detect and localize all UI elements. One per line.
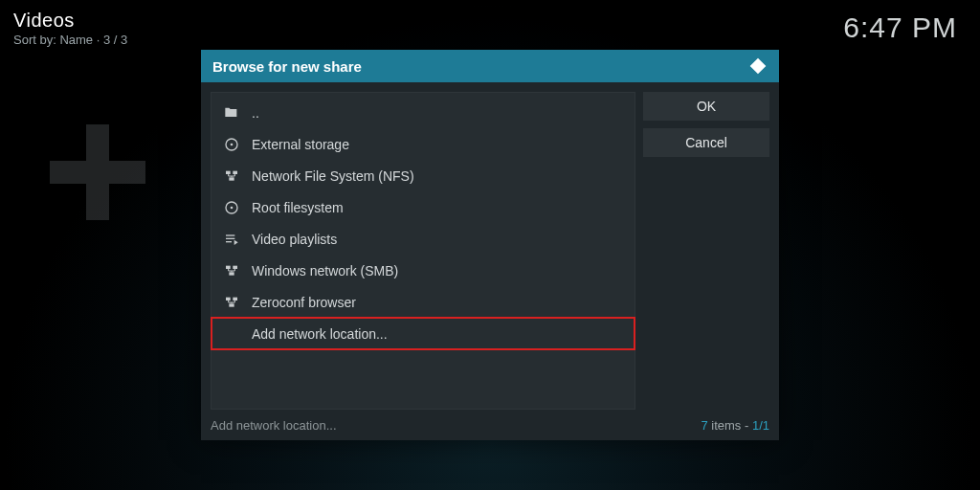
page-title: Videos	[13, 10, 127, 32]
clock: 6:47 PM	[843, 11, 957, 44]
item-count-label: items -	[708, 418, 752, 433]
source-list-item-label: Add network location...	[252, 326, 388, 342]
source-list-item-label: External storage	[252, 137, 349, 152]
source-list-item[interactable]: Zeroconf browser	[212, 286, 635, 318]
playlist-icon	[223, 231, 240, 248]
dialog-footer: Add network location... 7 items - 1/1	[211, 418, 769, 433]
dialog-title: Browse for new share	[212, 58, 362, 75]
source-list-item-label: Windows network (SMB)	[252, 263, 398, 278]
network-icon	[223, 294, 240, 311]
page-header: Videos Sort by: Name · 3 / 3	[13, 10, 127, 47]
network-icon	[223, 167, 240, 185]
source-list-item-label: ..	[252, 105, 259, 121]
source-list-item-label: Root filesystem	[252, 200, 344, 215]
dialog-body: ..External storageNetwork File System (N…	[211, 92, 769, 410]
source-list-item[interactable]: Root filesystem	[212, 191, 635, 223]
footer-count: 7 items - 1/1	[701, 418, 769, 433]
dialog-header: Browse for new share	[201, 50, 779, 82]
source-list-item[interactable]: Add network location...	[212, 318, 635, 349]
dialog-buttons: OK Cancel	[643, 92, 769, 157]
kodi-logo-icon	[748, 56, 768, 76]
source-list-item[interactable]: ..	[212, 97, 635, 128]
cancel-button[interactable]: Cancel	[643, 128, 769, 157]
source-list-item[interactable]: Windows network (SMB)	[212, 255, 635, 286]
source-list: ..External storageNetwork File System (N…	[211, 92, 635, 410]
folder-icon	[223, 104, 240, 122]
ok-button[interactable]: OK	[643, 92, 769, 121]
source-list-item-label: Zeroconf browser	[252, 295, 356, 310]
disc-icon	[223, 199, 240, 216]
browse-share-dialog: Browse for new share ..External storageN…	[201, 50, 779, 440]
page-indicator: 1/1	[752, 418, 769, 433]
item-count: 7	[701, 418, 707, 433]
source-list-item[interactable]: Network File System (NFS)	[212, 160, 635, 191]
network-icon	[223, 262, 240, 279]
none	[223, 325, 240, 343]
footer-status: Add network location...	[211, 418, 337, 433]
add-source-tile[interactable]	[50, 124, 145, 220]
source-list-item-label: Video playlists	[252, 232, 337, 247]
source-list-item[interactable]: Video playlists	[212, 223, 635, 255]
page-subtitle: Sort by: Name · 3 / 3	[13, 33, 127, 47]
source-list-item[interactable]: External storage	[212, 128, 635, 160]
disc-icon	[223, 136, 240, 153]
source-list-item-label: Network File System (NFS)	[252, 168, 414, 184]
